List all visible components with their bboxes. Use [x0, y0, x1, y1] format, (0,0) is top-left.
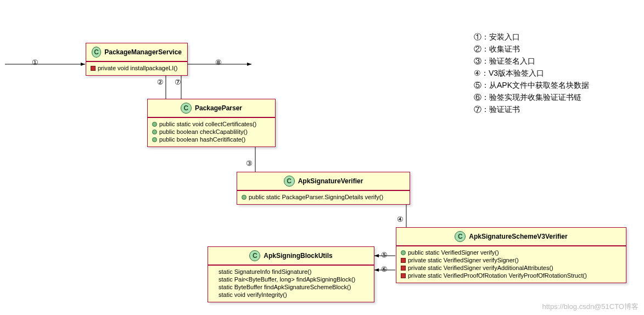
class-apksignatureschemev3verifier: C ApkSignatureSchemeV3Verifier public st…: [396, 227, 626, 283]
class-packageparser: C PackageParser public static void colle…: [147, 99, 276, 147]
legend-item: ⑥：验签实现并收集验证证书链: [474, 91, 589, 103]
visibility-default-icon: [212, 293, 216, 297]
member: private void installpackageLI(): [91, 64, 183, 72]
visibility-private-icon: [401, 273, 406, 278]
visibility-public-icon: [401, 250, 406, 255]
class-name: ApkSignatureVerifier: [298, 177, 363, 185]
class-name: PackageManagerService: [104, 48, 182, 56]
member: public boolean hashCeritificate(): [152, 136, 271, 143]
class-icon: C: [92, 47, 101, 58]
visibility-public-icon: [242, 195, 247, 200]
edge-label-1: ①: [32, 58, 38, 66]
edge-label-3: ③: [246, 159, 253, 167]
class-title: C ApkSignatureSchemeV3Verifier: [396, 228, 626, 246]
member: public boolean checkCapablility(): [152, 128, 271, 136]
member: public static void collectCertificates(): [152, 120, 271, 128]
class-apksignatureverifier: C ApkSignatureVerifier public static Pac…: [237, 172, 410, 205]
legend: ①：安装入口 ②：收集证书 ③：验证签名入口 ④：V3版本验签入口 ⑤：从APK…: [474, 31, 589, 115]
class-icon: C: [455, 231, 466, 242]
class-title: C PackageParser: [148, 99, 275, 117]
visibility-default-icon: [212, 270, 216, 274]
edge-label-4: ④: [397, 215, 404, 223]
visibility-public-icon: [152, 130, 157, 134]
class-apksigningblockutils: C ApkSigningBlockUtils static SignatureI…: [208, 246, 374, 302]
watermark: https://blog.csdn@51CTO博客: [542, 302, 639, 312]
edge-label-5: ⑤: [381, 251, 388, 259]
class-name: PackageParser: [195, 104, 242, 112]
class-icon: C: [249, 250, 260, 261]
visibility-public-icon: [152, 137, 157, 142]
member: private static VerifiedProofOfRotation V…: [401, 272, 621, 279]
class-icon: C: [284, 176, 295, 187]
legend-item: ⑦：验证证书: [474, 103, 589, 115]
member: static void verifyIntegrity(): [212, 291, 369, 299]
visibility-default-icon: [212, 285, 216, 289]
visibility-public-icon: [152, 122, 157, 127]
member: public static VerifiedSigner verify(): [401, 249, 621, 256]
member: static SignatureInfo findSignature(): [212, 268, 369, 275]
class-name: ApkSignatureSchemeV3Verifier: [469, 233, 567, 240]
edge-label-6: ⑥: [381, 265, 388, 273]
edge-label-2: ②: [157, 78, 164, 86]
legend-item: ③：验证签名入口: [474, 55, 589, 67]
member: private static VerifiedSigner verifySign…: [401, 256, 621, 264]
visibility-private-icon: [401, 258, 406, 263]
class-icon: C: [181, 103, 192, 114]
class-title: C PackageManagerService: [86, 43, 187, 61]
edge-label-8: ⑧: [215, 58, 222, 66]
class-packagemanagerservice: C PackageManagerService private void ins…: [86, 43, 188, 76]
member: static Pair<ByteBuffer, long> findApkSig…: [212, 275, 369, 283]
member: public static PackageParser.SigningDetai…: [242, 193, 405, 201]
member: static ByteBuffer findApkSignatureScheme…: [212, 283, 369, 291]
legend-item: ④：V3版本验签入口: [474, 67, 589, 79]
legend-item: ⑤：从APK文件中获取签名块数据: [474, 79, 589, 91]
member: private static VerifiedSigner verifyAddi…: [401, 264, 621, 272]
legend-item: ②：收集证书: [474, 43, 589, 55]
class-title: C ApkSignatureVerifier: [237, 172, 410, 190]
class-name: ApkSigningBlockUtils: [264, 252, 332, 260]
visibility-private-icon: [401, 266, 406, 271]
visibility-default-icon: [212, 278, 216, 282]
legend-item: ①：安装入口: [474, 31, 589, 43]
class-title: C ApkSigningBlockUtils: [208, 247, 374, 265]
edge-label-7: ⑦: [175, 78, 181, 86]
visibility-private-icon: [91, 66, 96, 71]
